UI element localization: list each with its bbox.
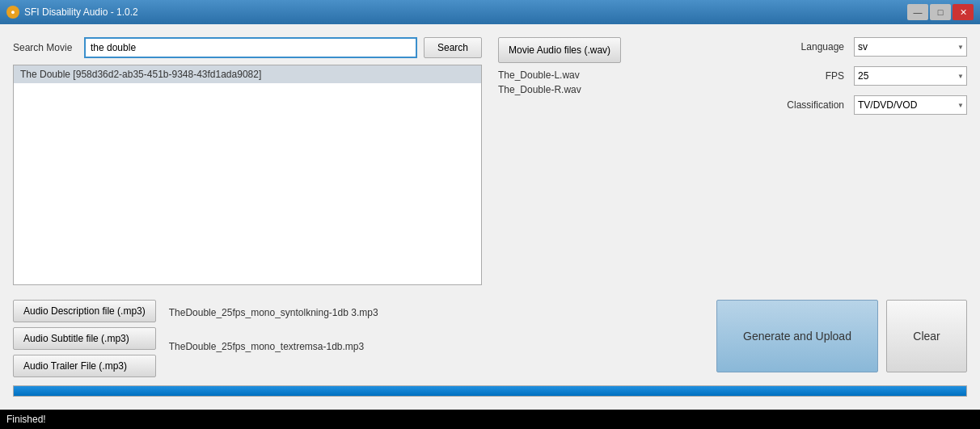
close-button[interactable]: ✕	[953, 4, 974, 20]
action-buttons: Generate and Upload Clear	[716, 300, 967, 372]
classification-select-wrapper: TV/DVD/VOD Cinema Other	[854, 95, 967, 115]
language-select[interactable]: sv en de fr no da	[854, 37, 967, 57]
file-buttons: Audio Description file (.mp3) Audio Subt…	[13, 300, 156, 377]
search-row: Search Movie Search	[13, 37, 482, 58]
wav-file-1: The_Double-R.wav	[498, 84, 621, 95]
audio-subtitle-button[interactable]: Audio Subtitle file (.mp3)	[13, 327, 156, 350]
window-controls: — □ ✕	[907, 4, 974, 20]
classification-select[interactable]: TV/DVD/VOD Cinema Other	[854, 95, 967, 115]
top-section: Search Movie Search The Double [958d36d2…	[13, 37, 967, 285]
fps-select[interactable]: 24 25 30	[854, 66, 967, 86]
movie-audio-files-button[interactable]: Movie Audio files (.wav)	[498, 37, 621, 63]
audio-description-button[interactable]: Audio Description file (.mp3)	[13, 300, 156, 322]
status-text: Finished!	[6, 414, 46, 425]
status-bar: Finished!	[0, 410, 980, 429]
right-panel: Movie Audio files (.wav) The_Double-L.wa…	[498, 37, 967, 285]
classification-row: Classification TV/DVD/VOD Cinema Other	[741, 95, 967, 115]
search-results-list[interactable]: The Double [958d36d2-ab35-451b-9348-43fd…	[13, 65, 482, 285]
generate-upload-button[interactable]: Generate and Upload	[716, 300, 878, 372]
progress-bar-container	[13, 385, 967, 397]
progress-bar-fill	[14, 386, 966, 396]
bottom-section: Audio Description file (.mp3) Audio Subt…	[13, 293, 967, 377]
search-button[interactable]: Search	[424, 37, 482, 58]
classification-label: Classification	[787, 99, 844, 111]
fps-label: FPS	[826, 70, 844, 82]
search-input[interactable]	[84, 37, 417, 58]
language-select-wrapper: sv en de fr no da	[854, 37, 967, 57]
settings-section: Language sv en de fr no da	[741, 37, 967, 115]
result-item-0[interactable]: The Double [958d36d2-ab35-451b-9348-43fd…	[14, 65, 481, 83]
fps-row: FPS 24 25 30	[741, 66, 967, 86]
clear-button[interactable]: Clear	[886, 300, 967, 372]
search-movie-label: Search Movie	[13, 42, 78, 53]
app-icon: ●	[6, 6, 19, 19]
fps-select-wrapper: 24 25 30	[854, 66, 967, 86]
minimize-button[interactable]: —	[907, 4, 928, 20]
language-label: Language	[801, 41, 844, 53]
app-title: SFI Disability Audio - 1.0.2	[24, 6, 138, 18]
wav-file-0: The_Double-L.wav	[498, 69, 621, 81]
title-bar: ● SFI Disability Audio - 1.0.2 — □ ✕	[0, 0, 980, 24]
left-panel: Search Movie Search The Double [958d36d2…	[13, 37, 482, 285]
main-content: Search Movie Search The Double [958d36d2…	[0, 24, 980, 410]
language-row: Language sv en de fr no da	[741, 37, 967, 57]
file-values: TheDouble_25fps_mono_syntolkning-1db 3.m…	[169, 300, 703, 358]
maximize-button[interactable]: □	[930, 4, 951, 20]
audio-subtitle-value: TheDouble_25fps_mono_textremsa-1db.mp3	[169, 335, 703, 358]
progress-section	[13, 385, 967, 397]
audio-trailer-button[interactable]: Audio Trailer File (.mp3)	[13, 355, 156, 377]
wav-files-list: The_Double-L.wav The_Double-R.wav	[498, 69, 621, 95]
audio-description-value: TheDouble_25fps_mono_syntolkning-1db 3.m…	[169, 301, 703, 324]
